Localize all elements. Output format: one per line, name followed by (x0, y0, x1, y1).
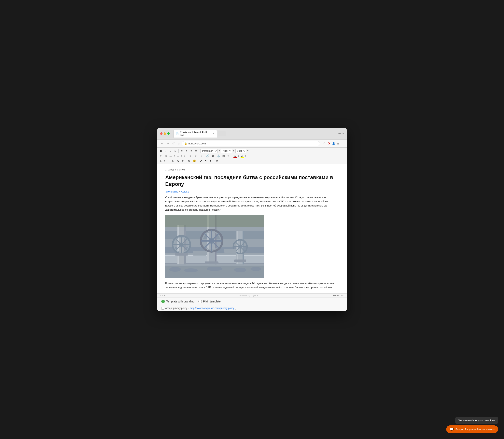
divider (178, 149, 179, 153)
italic-button[interactable]: I (164, 149, 168, 153)
subscript-button[interactable]: x₂ (176, 159, 180, 163)
svg-rect-36 (205, 261, 218, 264)
redo-button[interactable]: ↪ (199, 154, 203, 158)
clear-format-button[interactable]: Ix (171, 159, 175, 163)
bg-color-button[interactable]: A (240, 154, 244, 158)
template-branding-option[interactable]: ✓ Template with branding (161, 300, 194, 303)
back-button[interactable]: ← (160, 141, 164, 146)
svg-rect-39 (224, 249, 236, 253)
support-button-label: Support for your online documents (455, 428, 494, 431)
url-bar[interactable]: 🔒 html2word.com (182, 141, 320, 146)
superscript-button[interactable]: x² (180, 159, 185, 163)
toolbar-row-2: ✂ ⎘ ≔ ▼ ☰ ▼ ⇤ ⇥ ↩ ↪ 🔗 ⛓ ⚓ 🖼 <> A (159, 154, 345, 159)
template-plain-label: Plain template (203, 300, 221, 303)
lock-icon: 🔒 (184, 142, 187, 145)
article-image (165, 215, 264, 278)
cut-button[interactable]: ✂ (159, 154, 163, 158)
browser-window: 📄 Create word file with PHP and ✕ cesar … (157, 128, 347, 311)
new-tab-area (218, 131, 226, 136)
bg-color-arrow: ▼ (245, 155, 247, 157)
special-char-button[interactable]: Ω (187, 159, 191, 163)
template-branding-radio[interactable]: ✓ (161, 300, 165, 303)
svg-point-44 (234, 268, 246, 272)
align-right-button[interactable]: ≡ (189, 149, 193, 153)
ol-arrow: ▼ (180, 155, 182, 157)
maximize-button[interactable] (167, 132, 170, 135)
strikethrough-button[interactable]: S (173, 149, 177, 153)
minimize-button[interactable] (164, 132, 166, 135)
color-swatch (233, 157, 237, 158)
size-select[interactable]: 10pt (235, 149, 246, 153)
outdent-button[interactable]: ⇤ (183, 154, 187, 158)
powered-by: Powered by TinyMCE (239, 294, 259, 297)
align-left-button[interactable]: ≡ (180, 149, 184, 153)
direction-button[interactable]: ¶ (208, 159, 213, 163)
svg-rect-46 (165, 215, 264, 227)
table-button[interactable]: ⊞ (159, 159, 163, 163)
code-button[interactable]: <> (226, 154, 231, 158)
unordered-list-button[interactable]: ≔ (168, 154, 173, 158)
active-tab[interactable]: 📄 Create word file with PHP and ✕ (174, 130, 217, 137)
align-center-button[interactable]: ≡ (184, 149, 189, 153)
profile-icon[interactable]: 👤 (332, 142, 335, 145)
bookmark-icon[interactable]: ☆ (323, 142, 326, 145)
article-title[interactable]: Американский газ: последняя битва с росс… (165, 174, 339, 188)
text-color-button[interactable]: A (233, 154, 237, 158)
tab-title: Create word file with PHP and (180, 131, 211, 136)
address-bar: ← → ↺ ⌂ 🔒 html2word.com ☆ O 👤 ⊟ ⋮ (157, 140, 347, 147)
text-color-icon: A (234, 155, 236, 158)
editor-area[interactable]: 1. сегодня в 18:02 Американский газ: пос… (157, 164, 347, 293)
category1-link[interactable]: Экономика (165, 190, 178, 193)
title-bar: 📄 Create word file with PHP and ✕ cesar (157, 128, 347, 140)
support-button[interactable]: 💬 Support for your online documents (446, 426, 498, 433)
template-plain-option[interactable]: Plain template (198, 300, 221, 303)
svg-point-42 (184, 268, 198, 272)
privacy-link[interactable]: http://www.docxpresso.com/privacy-policy (190, 307, 234, 310)
align-justify-button[interactable]: ≡ (194, 149, 198, 153)
hr-button[interactable]: — (166, 159, 171, 163)
bg-color-icon: A (241, 155, 243, 158)
word-count-label: Words: (333, 294, 340, 297)
privacy-label: Accept privacy policy (165, 307, 187, 310)
font-select[interactable]: Arial (221, 149, 232, 153)
category2-link[interactable]: Сырьё (181, 190, 189, 193)
editor-meta: 1. сегодня в 18:02 (165, 168, 339, 171)
undo-button[interactable]: ↩ (194, 154, 198, 158)
text-color-arrow: ▼ (238, 155, 239, 157)
image-button[interactable]: 🖼 (221, 154, 226, 158)
template-plain-radio[interactable] (198, 300, 202, 303)
opera-icon[interactable]: O (328, 142, 330, 145)
breadcrumb: ol » li (160, 294, 165, 297)
home-button[interactable]: ⌂ (177, 141, 180, 146)
indent-button[interactable]: ⇥ (188, 154, 192, 158)
emoji-button[interactable]: 😊 (192, 159, 197, 163)
traffic-lights (160, 132, 170, 135)
unlink-button[interactable]: ⛓ (211, 154, 215, 158)
underline-button[interactable]: U (168, 149, 173, 153)
menu-icon[interactable]: ⋮ (341, 142, 344, 145)
ordered-list-button[interactable]: ☰ (176, 154, 180, 158)
privacy-checkbox[interactable] (161, 307, 164, 310)
divider8 (214, 159, 214, 163)
divider7 (198, 159, 198, 163)
svg-rect-37 (234, 259, 246, 262)
svg-rect-27 (237, 231, 238, 264)
restore-button[interactable]: ↺ (215, 159, 219, 163)
tab-close-icon[interactable]: ✕ (213, 133, 214, 135)
fullscreen-button[interactable]: ⤢ (199, 159, 203, 163)
close-button[interactable] (160, 132, 163, 135)
article-text-bottom: В качестве неопровержимого аргумента в п… (165, 281, 339, 290)
reload-button[interactable]: ↺ (172, 141, 176, 146)
forward-button[interactable]: → (166, 141, 170, 146)
minimize-icon[interactable]: ⊟ (337, 142, 340, 145)
divider2 (199, 149, 199, 153)
paragraph-select[interactable]: Paragraph (200, 149, 217, 153)
svg-point-43 (207, 267, 222, 271)
copy-button[interactable]: ⎘ (164, 154, 168, 158)
show-blocks-button[interactable]: ¶ (204, 159, 208, 163)
table-arrow: ▼ (164, 160, 166, 162)
link-button[interactable]: 🔗 (205, 154, 210, 158)
anchor-button[interactable]: ⚓ (216, 154, 221, 158)
bold-button[interactable]: B (159, 149, 163, 153)
svg-rect-38 (193, 251, 207, 256)
